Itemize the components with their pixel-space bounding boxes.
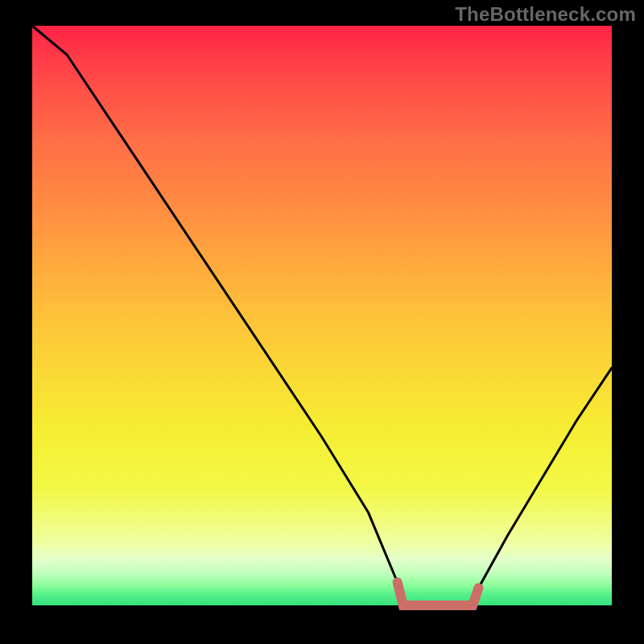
bottleneck-curve — [32, 26, 612, 605]
optimal-range-highlight — [398, 582, 479, 605]
watermark-text: TheBottleneck.com — [455, 3, 636, 26]
chart-container: TheBottleneck.com — [0, 0, 644, 644]
curve-layer — [32, 26, 612, 605]
